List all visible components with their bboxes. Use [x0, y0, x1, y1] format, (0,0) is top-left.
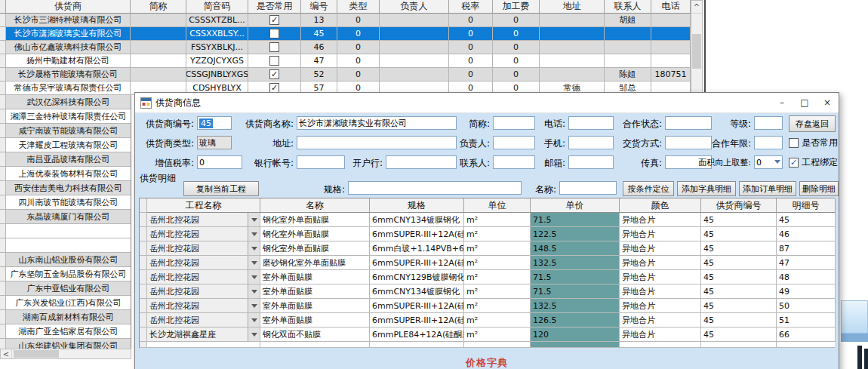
list-item[interactable]: 湖南百成新材料有限公司: [0, 310, 131, 324]
name-filter-input[interactable]: [559, 181, 617, 195]
grid-column-header-spec[interactable]: 规格: [370, 198, 464, 213]
cell-project-combobox[interactable]: 岳州北控花园: [147, 227, 260, 241]
cell-project-combobox[interactable]: 岳州北控花园: [147, 270, 260, 284]
cell-spec[interactable]: 6mmSUPER-III+12A(硅...: [370, 227, 464, 241]
add-dictionary-detail-button[interactable]: 添加字典明细: [677, 181, 736, 196]
grid-row[interactable]: 岳州北控花园磨砂钢化室外单面贴膜6mmSUPER-III+12A(硅...m²1…: [140, 256, 835, 270]
cell-name[interactable]: 室外单面贴膜: [260, 270, 370, 284]
list-item[interactable]: 武汉亿深科技有限公司: [0, 95, 131, 109]
cell-unit[interactable]: m²: [464, 313, 531, 327]
row-selector[interactable]: [0, 14, 6, 27]
cell-price[interactable]: 122.5: [531, 227, 620, 241]
coop-status-input[interactable]: [665, 116, 712, 130]
chevron-down-icon[interactable]: [774, 160, 780, 164]
cell-detail-no[interactable]: 47: [777, 256, 836, 270]
cell-supplier-no[interactable]: 45: [701, 213, 777, 227]
cell-color[interactable]: 异地合片: [620, 213, 701, 227]
cell-supplier-no[interactable]: 45: [701, 256, 777, 270]
short-name-input[interactable]: [493, 116, 535, 130]
save-return-button[interactable]: 存盘返回: [789, 115, 836, 132]
column-header-tax[interactable]: 税率: [449, 0, 493, 14]
scrollbar-thumb[interactable]: [692, 34, 701, 69]
row-selector[interactable]: [0, 41, 6, 54]
column-header-type[interactable]: 类型: [337, 0, 380, 14]
row-selector[interactable]: [140, 270, 147, 284]
list-item[interactable]: 上海优泰装饰材料有限公司: [0, 167, 131, 181]
supplier-row[interactable]: 长沙市潇湘玻璃实业有限公司CSSXXBLSY...45000: [0, 27, 703, 41]
cell-common[interactable]: [248, 41, 301, 54]
checkbox-icon[interactable]: [789, 138, 799, 148]
cell-price[interactable]: 71.5: [531, 270, 620, 284]
chevron-down-icon[interactable]: [248, 284, 260, 298]
cell-project-combobox[interactable]: 长沙龙湖祺鑫星座: [147, 327, 260, 342]
list-item[interactable]: 四川南玻节能玻璃有限公司: [0, 195, 131, 210]
cell-name[interactable]: 钢化双面不贴膜: [260, 327, 370, 342]
cell-color[interactable]: [620, 342, 701, 348]
cell-price[interactable]: 126.5: [531, 313, 620, 327]
delete-detail-button[interactable]: 删除明细: [799, 181, 839, 196]
grid-row[interactable]: 岳州北控花园钢化室外单面贴膜6mmCNY134镀膜钢化m²71.5异地合片454…: [140, 213, 835, 227]
supplier-row[interactable]: 长沙晟格节能玻璃有限公司CSSGJNBLYXGS✓52000陈姐180751: [0, 68, 703, 81]
cell-color[interactable]: 异地合片: [620, 256, 701, 270]
cell-supplier-no[interactable]: 45: [701, 241, 777, 256]
cell-common[interactable]: ✓: [248, 14, 301, 27]
cell-color[interactable]: 异地合片: [620, 284, 701, 299]
area-round-up-dropdown[interactable]: 0: [754, 155, 783, 169]
chevron-down-icon[interactable]: [248, 213, 260, 226]
cell-unit[interactable]: [464, 342, 531, 348]
checkbox-icon[interactable]: [269, 29, 279, 38]
row-selector[interactable]: [0, 167, 6, 181]
grid-column-header-project[interactable]: 工程名称: [147, 198, 260, 213]
cell-spec[interactable]: 6mmSUPER-III+12A(硅...: [370, 299, 464, 313]
cell-detail-no[interactable]: 51: [777, 313, 836, 327]
column-header-owner[interactable]: 负责人: [380, 0, 449, 14]
row-selector[interactable]: [0, 95, 6, 109]
coop-years-input[interactable]: [754, 136, 783, 149]
cell-name[interactable]: 磨砂钢化室外单面贴膜: [260, 256, 370, 270]
row-selector[interactable]: [0, 310, 6, 324]
list-item[interactable]: 湖南广亚全铝家居有限公司: [0, 324, 131, 339]
cell-name[interactable]: [260, 342, 370, 348]
row-selector[interactable]: [0, 195, 6, 210]
cell-common[interactable]: [248, 27, 301, 41]
spec-filter-input[interactable]: [348, 181, 522, 195]
cell-supplier-no[interactable]: 45: [701, 284, 777, 299]
cell-color[interactable]: 异地合片: [620, 227, 701, 241]
grid-column-header-color[interactable]: 颜色: [620, 198, 701, 213]
grid-row[interactable]: [140, 342, 835, 348]
cell-spec[interactable]: 6mmPLE84+12A(硅酮胶...: [370, 327, 464, 342]
cell-color[interactable]: 异地合片: [620, 299, 701, 313]
supplier-row[interactable]: 长沙市三湘特种玻璃有限公司CSSSXTZBL...✓13000胡姐: [0, 14, 703, 27]
row-selector[interactable]: [0, 224, 6, 238]
supplier-row[interactable]: 扬州中勤建材有限公司YZZQJCYXGS47000: [0, 54, 703, 68]
common-use-checkbox[interactable]: 是否常用: [789, 136, 838, 149]
row-selector[interactable]: [140, 327, 147, 342]
cell-spec[interactable]: 6mmCNY129B镀膜钢化: [370, 270, 464, 284]
list-item[interactable]: 南昌亚晶玻璃有限公司: [0, 152, 131, 167]
cell-spec[interactable]: 6mmCNY134镀膜钢化: [370, 213, 464, 227]
cell-supplier-no[interactable]: 45: [701, 327, 777, 342]
cell-project-combobox[interactable]: 岳州北控花园: [147, 313, 260, 327]
grid-column-header-name[interactable]: 名称: [260, 198, 370, 213]
row-selector[interactable]: [140, 313, 147, 327]
cell-name[interactable]: 钢化室外单面贴膜: [260, 213, 370, 227]
chevron-down-icon[interactable]: [248, 313, 260, 327]
cell-price[interactable]: [531, 342, 620, 348]
grid-row[interactable]: 岳州北控花园室外单面贴膜6mmCNY134镀膜钢化m²71.5异地合片4549: [140, 284, 835, 299]
email-input[interactable]: [568, 155, 614, 169]
row-selector[interactable]: [0, 267, 6, 281]
horizontal-scrollbar[interactable]: <: [0, 349, 131, 359]
list-item[interactable]: 广东中亚铝业有限公司: [0, 281, 131, 296]
grade-input[interactable]: [754, 116, 783, 130]
row-selector[interactable]: [0, 238, 6, 253]
cell-supplier-no[interactable]: [701, 342, 777, 348]
cell-unit[interactable]: m²: [464, 284, 531, 299]
minimize-button[interactable]: –: [771, 93, 793, 112]
scrollbar-thumb[interactable]: [14, 350, 59, 358]
row-selector[interactable]: [0, 281, 6, 296]
column-header-addr[interactable]: 地址: [540, 0, 605, 14]
list-item[interactable]: 天津耀皮工程玻璃有限公司: [0, 138, 131, 152]
row-selector[interactable]: [140, 299, 147, 313]
chevron-down-icon[interactable]: [248, 241, 260, 255]
list-item[interactable]: 西安佳吉美电力科技有限公司: [0, 181, 131, 195]
